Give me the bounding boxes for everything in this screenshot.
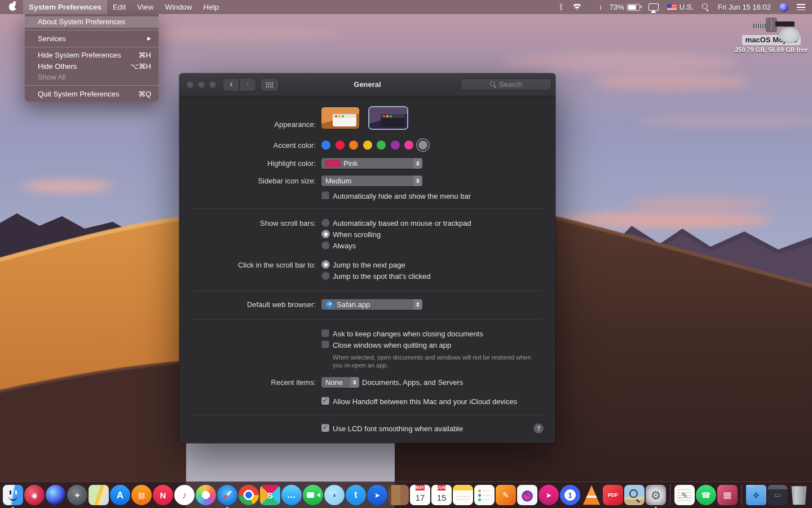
dock-1password-icon[interactable]: 1 xyxy=(560,485,580,505)
menu-item-quit-system-preferences[interactable]: Quit System Preferences⌘Q xyxy=(25,89,158,100)
lcd-smoothing-checkbox[interactable] xyxy=(321,424,329,432)
dock-contacts-icon[interactable] xyxy=(389,485,409,505)
accent-orange[interactable] xyxy=(349,141,358,150)
menu-view[interactable]: View xyxy=(131,0,159,14)
accent-graphite[interactable] xyxy=(418,141,427,150)
wifi-icon[interactable] xyxy=(572,4,582,11)
dock-fantastical-icon[interactable]: MAY17 xyxy=(410,485,430,505)
dock-vlc-icon[interactable] xyxy=(581,485,602,505)
accent-green[interactable] xyxy=(377,141,386,150)
radio-scrollbars-when-scrolling-label: When scrolling xyxy=(333,230,381,239)
dock-separator xyxy=(670,484,670,506)
close-windows-checkbox[interactable] xyxy=(321,340,329,348)
dock-photo-booth-icon[interactable]: ▦ xyxy=(717,485,738,505)
window-titlebar[interactable]: ‹ › General Search xyxy=(179,73,555,97)
sidebar-size-value: Medium xyxy=(325,177,351,185)
dock-finder-icon[interactable] xyxy=(3,485,23,505)
sidebar-size-select[interactable]: Medium xyxy=(321,176,422,186)
highlight-color-select[interactable]: Pink xyxy=(321,158,422,169)
dock-photos-icon[interactable] xyxy=(196,485,216,505)
dock-twitterrific-icon[interactable]: ◗ xyxy=(324,485,345,505)
dock-textedit-icon[interactable]: ✎ xyxy=(674,485,695,505)
desktop-icon-macos-mojave[interactable]: macOS Mojave 250.79 GB, 56.69 GB free xyxy=(734,17,809,53)
dock-facetime-icon[interactable] xyxy=(303,485,323,505)
menu-bar-left: System PreferencesEditViewWindowHelp xyxy=(23,0,224,14)
menu-item-hide-others[interactable]: Hide Others⌥⌘H xyxy=(25,61,158,72)
dock-system-preferences-icon[interactable]: ⚙ xyxy=(646,485,666,505)
dock-chrome-icon[interactable] xyxy=(239,485,259,505)
accent-yellow[interactable] xyxy=(363,141,372,150)
appearance-dark-option[interactable] xyxy=(369,107,407,129)
dock-app-store-icon[interactable]: A xyxy=(110,485,130,505)
auto-hide-menubar-checkbox[interactable] xyxy=(321,191,329,199)
dock-screen-recorder-icon[interactable]: ◉ xyxy=(24,485,45,505)
dock-pixelmator-icon[interactable]: ✎ xyxy=(496,485,516,505)
accent-pink[interactable] xyxy=(404,141,413,150)
dock-slack-icon[interactable]: S xyxy=(260,485,280,505)
radio-jump-to-spot[interactable] xyxy=(321,271,330,280)
dock-siri-icon[interactable] xyxy=(46,485,66,505)
menu-separator xyxy=(25,47,158,47)
scrollbar-click-label: Click in the scroll bar to: xyxy=(180,261,316,269)
dock-reminders-icon[interactable] xyxy=(474,485,495,505)
menu-item-hide-system-preferences[interactable]: Hide System Preferences⌘H xyxy=(25,50,158,61)
volume-icon[interactable] xyxy=(590,4,601,11)
battery-indicator[interactable]: 73% xyxy=(610,3,640,11)
radio-jump-to-spot-label: Jump to the spot that's clicked xyxy=(333,272,431,281)
accent-red[interactable] xyxy=(336,141,345,150)
dock-twitter-icon[interactable]: t xyxy=(346,485,366,505)
dock-pixelmator-pro-icon[interactable]: ✎ xyxy=(517,485,537,505)
menu-separator xyxy=(25,30,158,30)
menu-window[interactable]: Window xyxy=(159,0,197,14)
handoff-checkbox[interactable] xyxy=(321,397,329,405)
menu-item-about-system-preferences[interactable]: About System Preferences xyxy=(25,16,158,28)
help-button[interactable]: ? xyxy=(533,423,544,433)
radio-scrollbars-always-label: Always xyxy=(333,242,356,250)
dock-preview-icon[interactable] xyxy=(624,485,645,505)
dock: ◉✦A▤N♪S…◗t➤MAY17JUN15✎✎➤1PDF⚙✎☎▦❖▭ xyxy=(0,481,812,508)
notification-center-icon[interactable] xyxy=(797,4,805,10)
menu-bar-clock[interactable]: Fri Jun 15 16:02 xyxy=(718,3,771,11)
dock-minimized-window-icon[interactable]: ▭ xyxy=(767,485,788,505)
dock-books-icon[interactable]: ▤ xyxy=(131,485,152,505)
dock-dropbox-folder-icon[interactable]: ❖ xyxy=(746,485,766,505)
appearance-label: Appearance: xyxy=(180,120,316,129)
dock-maps-icon[interactable] xyxy=(89,485,109,505)
radio-jump-next-page[interactable] xyxy=(321,260,330,269)
dock-messages-icon[interactable]: … xyxy=(281,485,302,505)
dock-pdf-expert-icon[interactable]: PDF xyxy=(603,485,623,505)
dock-itunes-icon[interactable]: ♪ xyxy=(174,485,195,505)
ask-keep-changes-checkbox[interactable] xyxy=(321,329,329,337)
search-field[interactable]: Search xyxy=(461,79,551,90)
appearance-light-option[interactable] xyxy=(321,107,359,129)
dock-skitch-icon[interactable]: ➤ xyxy=(539,485,559,505)
menu-system-preferences[interactable]: System Preferences xyxy=(23,0,107,14)
accent-purple[interactable] xyxy=(391,141,400,150)
radio-jump-next-page-label: Jump to the next page xyxy=(333,261,405,269)
highlight-value: Pink xyxy=(343,159,358,168)
menu-help[interactable]: Help xyxy=(197,0,224,14)
spotlight-icon[interactable] xyxy=(702,3,709,11)
radio-scrollbars-auto[interactable] xyxy=(321,218,330,227)
apple-menu-icon[interactable] xyxy=(9,3,16,11)
search-placeholder: Search xyxy=(499,80,522,89)
dock-notes-icon[interactable] xyxy=(453,485,473,505)
browser-select[interactable]: Safari.app xyxy=(321,299,422,310)
airplay-display-icon[interactable] xyxy=(648,3,659,11)
bluetooth-icon[interactable]: ᛒ xyxy=(559,0,563,14)
dock-safari-icon[interactable] xyxy=(217,485,237,505)
siri-icon[interactable] xyxy=(779,3,788,12)
recent-items-select[interactable]: None xyxy=(321,377,359,388)
menu-item-services[interactable]: Services▶ xyxy=(25,33,158,45)
dock-trash-icon[interactable] xyxy=(789,485,809,505)
radio-scrollbars-always[interactable] xyxy=(321,241,330,249)
radio-scrollbars-when-scrolling[interactable] xyxy=(321,230,330,238)
dock-spark-icon[interactable]: ➤ xyxy=(367,485,387,505)
dock-launchpad-icon[interactable]: ✦ xyxy=(67,485,87,505)
dock-news-icon[interactable]: N xyxy=(153,485,173,505)
dock-whatsapp-icon[interactable]: ☎ xyxy=(696,485,716,505)
accent-blue[interactable] xyxy=(321,141,330,150)
input-source-menu[interactable]: U.S. xyxy=(667,3,694,11)
menu-edit[interactable]: Edit xyxy=(107,0,131,14)
dock-calendar-icon[interactable]: JUN15 xyxy=(431,485,452,505)
